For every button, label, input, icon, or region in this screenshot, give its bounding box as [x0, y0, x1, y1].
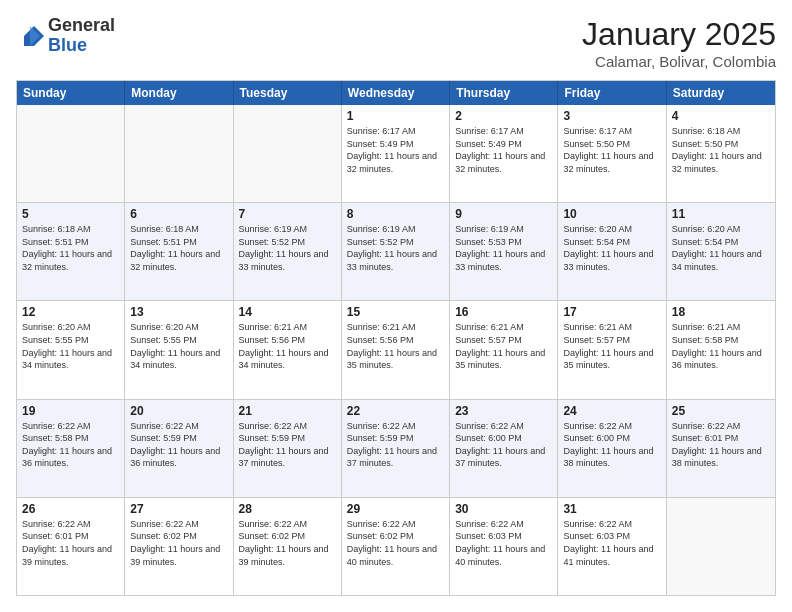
day-cell-12: 12Sunrise: 6:20 AM Sunset: 5:55 PM Dayli…: [17, 301, 125, 398]
day-info: Sunrise: 6:18 AM Sunset: 5:51 PM Dayligh…: [130, 223, 227, 273]
weekday-header-tuesday: Tuesday: [234, 81, 342, 105]
day-info: Sunrise: 6:19 AM Sunset: 5:52 PM Dayligh…: [239, 223, 336, 273]
day-cell-7: 7Sunrise: 6:19 AM Sunset: 5:52 PM Daylig…: [234, 203, 342, 300]
calendar-week-2: 5Sunrise: 6:18 AM Sunset: 5:51 PM Daylig…: [17, 202, 775, 300]
month-title: January 2025: [582, 16, 776, 53]
day-cell-25: 25Sunrise: 6:22 AM Sunset: 6:01 PM Dayli…: [667, 400, 775, 497]
day-info: Sunrise: 6:22 AM Sunset: 5:59 PM Dayligh…: [239, 420, 336, 470]
day-info: Sunrise: 6:22 AM Sunset: 6:00 PM Dayligh…: [455, 420, 552, 470]
day-info: Sunrise: 6:22 AM Sunset: 6:03 PM Dayligh…: [455, 518, 552, 568]
day-number: 27: [130, 502, 227, 516]
day-info: Sunrise: 6:22 AM Sunset: 5:58 PM Dayligh…: [22, 420, 119, 470]
day-info: Sunrise: 6:20 AM Sunset: 5:55 PM Dayligh…: [22, 321, 119, 371]
day-cell-30: 30Sunrise: 6:22 AM Sunset: 6:03 PM Dayli…: [450, 498, 558, 595]
day-number: 11: [672, 207, 770, 221]
day-cell-17: 17Sunrise: 6:21 AM Sunset: 5:57 PM Dayli…: [558, 301, 666, 398]
day-number: 12: [22, 305, 119, 319]
day-info: Sunrise: 6:20 AM Sunset: 5:54 PM Dayligh…: [563, 223, 660, 273]
weekday-header-monday: Monday: [125, 81, 233, 105]
day-number: 5: [22, 207, 119, 221]
day-number: 6: [130, 207, 227, 221]
empty-cell: [17, 105, 125, 202]
day-info: Sunrise: 6:21 AM Sunset: 5:57 PM Dayligh…: [563, 321, 660, 371]
day-info: Sunrise: 6:18 AM Sunset: 5:50 PM Dayligh…: [672, 125, 770, 175]
day-number: 24: [563, 404, 660, 418]
calendar-week-4: 19Sunrise: 6:22 AM Sunset: 5:58 PM Dayli…: [17, 399, 775, 497]
day-number: 25: [672, 404, 770, 418]
day-number: 19: [22, 404, 119, 418]
day-info: Sunrise: 6:22 AM Sunset: 6:01 PM Dayligh…: [22, 518, 119, 568]
day-info: Sunrise: 6:22 AM Sunset: 6:02 PM Dayligh…: [239, 518, 336, 568]
day-number: 14: [239, 305, 336, 319]
day-cell-6: 6Sunrise: 6:18 AM Sunset: 5:51 PM Daylig…: [125, 203, 233, 300]
day-cell-4: 4Sunrise: 6:18 AM Sunset: 5:50 PM Daylig…: [667, 105, 775, 202]
logo-text: General Blue: [48, 16, 115, 56]
day-number: 13: [130, 305, 227, 319]
day-info: Sunrise: 6:17 AM Sunset: 5:49 PM Dayligh…: [347, 125, 444, 175]
day-number: 21: [239, 404, 336, 418]
empty-cell: [667, 498, 775, 595]
logo-icon: [16, 22, 44, 50]
day-cell-14: 14Sunrise: 6:21 AM Sunset: 5:56 PM Dayli…: [234, 301, 342, 398]
day-cell-27: 27Sunrise: 6:22 AM Sunset: 6:02 PM Dayli…: [125, 498, 233, 595]
day-number: 28: [239, 502, 336, 516]
day-cell-11: 11Sunrise: 6:20 AM Sunset: 5:54 PM Dayli…: [667, 203, 775, 300]
calendar-body: 1Sunrise: 6:17 AM Sunset: 5:49 PM Daylig…: [17, 105, 775, 595]
empty-cell: [125, 105, 233, 202]
logo-general-text: General: [48, 16, 115, 36]
day-cell-15: 15Sunrise: 6:21 AM Sunset: 5:56 PM Dayli…: [342, 301, 450, 398]
empty-cell: [234, 105, 342, 202]
day-info: Sunrise: 6:21 AM Sunset: 5:56 PM Dayligh…: [347, 321, 444, 371]
day-info: Sunrise: 6:21 AM Sunset: 5:57 PM Dayligh…: [455, 321, 552, 371]
day-info: Sunrise: 6:22 AM Sunset: 6:00 PM Dayligh…: [563, 420, 660, 470]
day-number: 18: [672, 305, 770, 319]
day-cell-22: 22Sunrise: 6:22 AM Sunset: 5:59 PM Dayli…: [342, 400, 450, 497]
day-number: 16: [455, 305, 552, 319]
day-cell-9: 9Sunrise: 6:19 AM Sunset: 5:53 PM Daylig…: [450, 203, 558, 300]
day-cell-26: 26Sunrise: 6:22 AM Sunset: 6:01 PM Dayli…: [17, 498, 125, 595]
day-cell-24: 24Sunrise: 6:22 AM Sunset: 6:00 PM Dayli…: [558, 400, 666, 497]
day-cell-5: 5Sunrise: 6:18 AM Sunset: 5:51 PM Daylig…: [17, 203, 125, 300]
day-cell-3: 3Sunrise: 6:17 AM Sunset: 5:50 PM Daylig…: [558, 105, 666, 202]
day-info: Sunrise: 6:20 AM Sunset: 5:55 PM Dayligh…: [130, 321, 227, 371]
day-cell-16: 16Sunrise: 6:21 AM Sunset: 5:57 PM Dayli…: [450, 301, 558, 398]
day-cell-18: 18Sunrise: 6:21 AM Sunset: 5:58 PM Dayli…: [667, 301, 775, 398]
calendar-week-1: 1Sunrise: 6:17 AM Sunset: 5:49 PM Daylig…: [17, 105, 775, 202]
calendar-week-3: 12Sunrise: 6:20 AM Sunset: 5:55 PM Dayli…: [17, 300, 775, 398]
day-cell-1: 1Sunrise: 6:17 AM Sunset: 5:49 PM Daylig…: [342, 105, 450, 202]
day-number: 20: [130, 404, 227, 418]
day-cell-13: 13Sunrise: 6:20 AM Sunset: 5:55 PM Dayli…: [125, 301, 233, 398]
day-cell-28: 28Sunrise: 6:22 AM Sunset: 6:02 PM Dayli…: [234, 498, 342, 595]
day-cell-2: 2Sunrise: 6:17 AM Sunset: 5:49 PM Daylig…: [450, 105, 558, 202]
day-number: 30: [455, 502, 552, 516]
day-number: 26: [22, 502, 119, 516]
day-number: 10: [563, 207, 660, 221]
day-number: 22: [347, 404, 444, 418]
day-number: 3: [563, 109, 660, 123]
day-info: Sunrise: 6:19 AM Sunset: 5:53 PM Dayligh…: [455, 223, 552, 273]
day-number: 29: [347, 502, 444, 516]
day-info: Sunrise: 6:17 AM Sunset: 5:49 PM Dayligh…: [455, 125, 552, 175]
day-info: Sunrise: 6:22 AM Sunset: 6:01 PM Dayligh…: [672, 420, 770, 470]
weekday-header-wednesday: Wednesday: [342, 81, 450, 105]
day-cell-31: 31Sunrise: 6:22 AM Sunset: 6:03 PM Dayli…: [558, 498, 666, 595]
day-number: 31: [563, 502, 660, 516]
title-block: January 2025 Calamar, Bolivar, Colombia: [582, 16, 776, 70]
logo: General Blue: [16, 16, 115, 56]
calendar-header: SundayMondayTuesdayWednesdayThursdayFrid…: [17, 81, 775, 105]
header: General Blue January 2025 Calamar, Boliv…: [16, 16, 776, 70]
calendar: SundayMondayTuesdayWednesdayThursdayFrid…: [16, 80, 776, 596]
day-number: 4: [672, 109, 770, 123]
day-info: Sunrise: 6:22 AM Sunset: 6:02 PM Dayligh…: [130, 518, 227, 568]
weekday-header-thursday: Thursday: [450, 81, 558, 105]
day-cell-20: 20Sunrise: 6:22 AM Sunset: 5:59 PM Dayli…: [125, 400, 233, 497]
weekday-header-sunday: Sunday: [17, 81, 125, 105]
day-cell-23: 23Sunrise: 6:22 AM Sunset: 6:00 PM Dayli…: [450, 400, 558, 497]
day-info: Sunrise: 6:20 AM Sunset: 5:54 PM Dayligh…: [672, 223, 770, 273]
day-info: Sunrise: 6:22 AM Sunset: 5:59 PM Dayligh…: [347, 420, 444, 470]
day-number: 23: [455, 404, 552, 418]
day-info: Sunrise: 6:19 AM Sunset: 5:52 PM Dayligh…: [347, 223, 444, 273]
page: General Blue January 2025 Calamar, Boliv…: [0, 0, 792, 612]
day-info: Sunrise: 6:18 AM Sunset: 5:51 PM Dayligh…: [22, 223, 119, 273]
day-cell-19: 19Sunrise: 6:22 AM Sunset: 5:58 PM Dayli…: [17, 400, 125, 497]
